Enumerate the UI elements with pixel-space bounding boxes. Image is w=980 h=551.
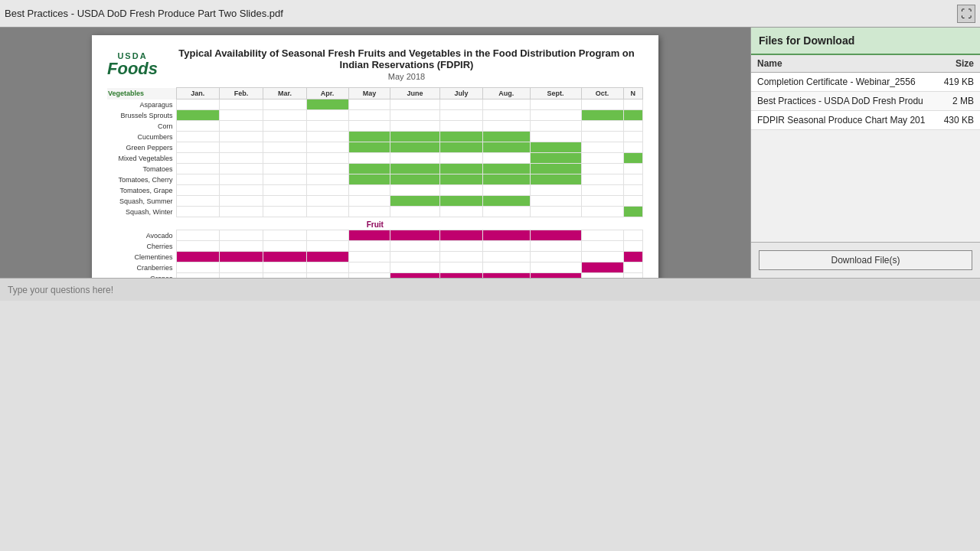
availability-cell <box>176 142 219 153</box>
availability-cell <box>176 273 219 279</box>
row-label: Tomatoes <box>107 164 176 174</box>
availability-cell <box>439 273 482 279</box>
availability-cell <box>483 121 531 132</box>
availability-cell <box>348 207 390 217</box>
table-row: Brussels Sprouts <box>107 110 643 121</box>
availability-cell <box>390 110 439 121</box>
availability-cell <box>176 230 219 241</box>
availability-cell <box>348 196 390 207</box>
availability-cell <box>483 132 531 142</box>
availability-cell <box>348 164 390 174</box>
availability-cell <box>439 252 482 262</box>
availability-cell <box>263 252 306 262</box>
availability-cell <box>439 174 482 185</box>
availability-cell <box>439 153 482 164</box>
list-item[interactable]: Completion Certificate - Webinar_2556419… <box>751 73 980 92</box>
availability-cell <box>219 207 263 217</box>
availability-cell <box>176 132 219 142</box>
availability-cell <box>176 185 219 196</box>
availability-cell <box>263 196 306 207</box>
file-name: Best Practices - USDA DoD Fresh Produ <box>751 92 934 111</box>
availability-cell <box>263 121 306 132</box>
availability-cell <box>263 164 306 174</box>
availability-cell <box>306 121 348 132</box>
fruit-label: Fruit <box>107 217 643 230</box>
pdf-page: USDA Foods Typical Availability of Seaso… <box>92 35 658 278</box>
download-button[interactable]: Download File(s) <box>759 250 972 270</box>
list-item[interactable]: Best Practices - USDA DoD Fresh Produ2 M… <box>751 92 980 111</box>
availability-cell <box>581 185 623 196</box>
availability-cell <box>306 241 348 252</box>
row-label: Cucumbers <box>107 132 176 142</box>
availability-cell <box>530 185 581 196</box>
table-row: Cranberries <box>107 262 643 273</box>
list-item[interactable]: FDPIR Seasonal Produce Chart May 201430 … <box>751 111 980 130</box>
month-sept: Sept. <box>530 88 581 99</box>
file-name: FDPIR Seasonal Produce Chart May 201 <box>751 111 934 130</box>
availability-cell <box>439 262 482 273</box>
availability-cell <box>263 207 306 217</box>
availability-cell <box>623 142 643 153</box>
row-label: Squash, Winter <box>107 207 176 217</box>
availability-cell <box>219 132 263 142</box>
availability-cell <box>483 164 531 174</box>
availability-cell <box>263 273 306 279</box>
availability-cell <box>176 153 219 164</box>
availability-cell <box>530 196 581 207</box>
files-panel-header: Files for Download <box>751 28 980 55</box>
availability-cell <box>219 121 263 132</box>
availability-cell <box>439 196 482 207</box>
availability-cell <box>530 207 581 217</box>
usda-logo: USDA Foods <box>107 52 158 77</box>
availability-cell <box>348 185 390 196</box>
availability-cell <box>390 99 439 110</box>
availability-cell <box>623 153 643 164</box>
availability-cell <box>176 174 219 185</box>
month-apr: Apr. <box>306 88 348 99</box>
availability-cell <box>176 241 219 252</box>
availability-cell <box>348 132 390 142</box>
availability-cell <box>219 230 263 241</box>
availability-cell <box>390 196 439 207</box>
availability-cell <box>530 110 581 121</box>
availability-cell <box>390 142 439 153</box>
availability-cell <box>581 132 623 142</box>
availability-cell <box>530 174 581 185</box>
availability-cell <box>623 164 643 174</box>
availability-cell <box>306 132 348 142</box>
availability-cell <box>306 164 348 174</box>
availability-cell <box>219 142 263 153</box>
fruit-section-header: Fruit <box>107 217 643 230</box>
availability-cell <box>306 185 348 196</box>
availability-cell <box>348 262 390 273</box>
availability-cell <box>176 99 219 110</box>
month-july: July <box>439 88 482 99</box>
availability-cell <box>219 174 263 185</box>
availability-cell <box>219 110 263 121</box>
availability-cell <box>390 185 439 196</box>
table-row: Corn <box>107 121 643 132</box>
availability-cell <box>390 121 439 132</box>
files-table: Name Size Completion Certificate - Webin… <box>751 55 980 130</box>
availability-cell <box>306 252 348 262</box>
fullscreen-button[interactable]: ⛶ <box>957 5 975 23</box>
row-label: Corn <box>107 121 176 132</box>
table-row: Squash, Summer <box>107 196 643 207</box>
availability-cell <box>348 99 390 110</box>
files-list: Completion Certificate - Webinar_2556419… <box>751 73 980 130</box>
availability-cell <box>623 252 643 262</box>
download-button-wrap: Download File(s) <box>751 242 980 278</box>
question-input[interactable] <box>8 285 972 295</box>
availability-cell <box>263 153 306 164</box>
top-bar: Best Practices - USDA DoD Fresh Produce … <box>0 0 980 28</box>
availability-cell <box>623 230 643 241</box>
availability-cell <box>530 142 581 153</box>
table-row: Cherries <box>107 241 643 252</box>
table-row: Avocado <box>107 230 643 241</box>
availability-cell <box>219 241 263 252</box>
fruit-rows: FruitAvocadoCherriesClementinesCranberri… <box>107 217 643 279</box>
availability-cell <box>581 196 623 207</box>
availability-cell <box>176 164 219 174</box>
availability-cell <box>483 196 531 207</box>
availability-cell <box>263 241 306 252</box>
